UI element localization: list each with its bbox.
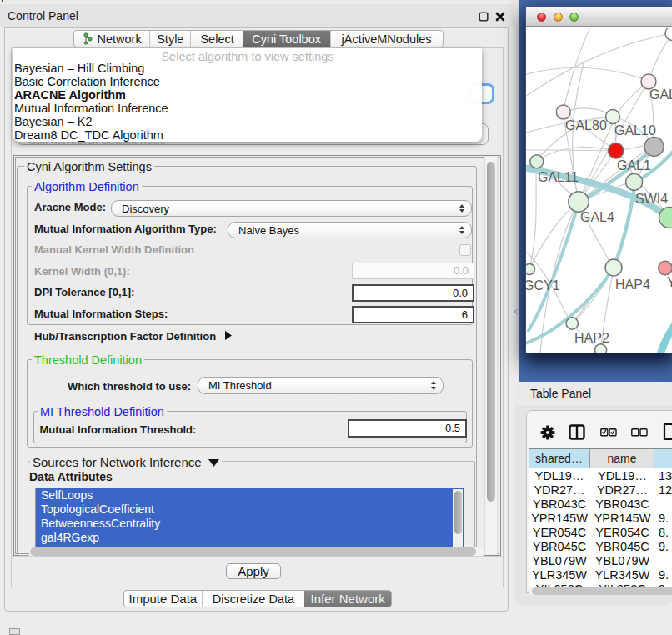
svg-text:Y: Y [667,275,672,289]
svg-text:GAL10: GAL10 [614,123,656,138]
svg-text:HAP2: HAP2 [574,331,609,345]
svg-text:GAL4: GAL4 [580,210,614,224]
svg-text:GAL11: GAL11 [538,170,579,184]
svg-text:GAL80: GAL80 [565,118,607,132]
svg-text:HAP4: HAP4 [615,278,650,292]
svg-text:GAL: GAL [649,88,672,102]
svg-text:GAL1: GAL1 [617,158,651,172]
svg-text:SWI4: SWI4 [635,192,668,206]
svg-text:GCY1: GCY1 [526,278,560,292]
